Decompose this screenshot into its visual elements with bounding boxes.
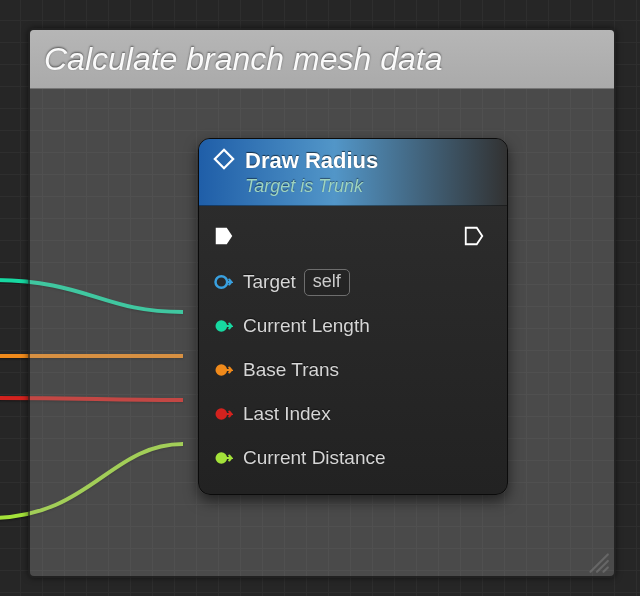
- exec-out-pin[interactable]: [463, 225, 485, 252]
- function-icon: [213, 148, 235, 174]
- node-subtitle: Target is Trunk: [245, 176, 493, 197]
- comment-header[interactable]: Calculate branch mesh data: [30, 30, 614, 89]
- pin-row-currentLength: Current Length: [213, 304, 491, 348]
- pin-row-baseTrans: Base Trans: [213, 348, 491, 392]
- svg-point-0: [216, 276, 228, 288]
- svg-point-4: [216, 452, 228, 464]
- pin-row-target: Targetself: [213, 260, 491, 304]
- pin-label-currentDistance: Current Distance: [243, 447, 386, 469]
- pin-target[interactable]: [213, 272, 233, 292]
- pin-label-baseTrans: Base Trans: [243, 359, 339, 381]
- node-title: Draw Radius: [245, 148, 378, 174]
- comment-box[interactable]: Calculate branch mesh data Draw Radius T…: [28, 28, 616, 578]
- svg-point-1: [216, 320, 228, 332]
- pin-default-target[interactable]: self: [304, 269, 350, 296]
- pin-label-currentLength: Current Length: [243, 315, 370, 337]
- comment-title: Calculate branch mesh data: [44, 41, 442, 78]
- node-header[interactable]: Draw Radius Target is Trunk: [199, 139, 507, 206]
- node-draw-radius[interactable]: Draw Radius Target is Trunk TargetselfCu…: [198, 138, 508, 495]
- pin-row-currentDistance: Current Distance: [213, 436, 491, 480]
- resize-grip-icon[interactable]: [584, 548, 610, 574]
- pin-label-lastIndex: Last Index: [243, 403, 331, 425]
- svg-point-3: [216, 408, 228, 420]
- svg-point-2: [216, 364, 228, 376]
- pin-label-target: Target: [243, 271, 296, 293]
- pin-row-lastIndex: Last Index: [213, 392, 491, 436]
- pin-lastIndex[interactable]: [213, 404, 233, 424]
- node-body: TargetselfCurrent LengthBase TransLast I…: [199, 206, 507, 494]
- pin-baseTrans[interactable]: [213, 360, 233, 380]
- exec-in-pin[interactable]: [213, 225, 235, 252]
- pin-currentDistance[interactable]: [213, 448, 233, 468]
- pin-currentLength[interactable]: [213, 316, 233, 336]
